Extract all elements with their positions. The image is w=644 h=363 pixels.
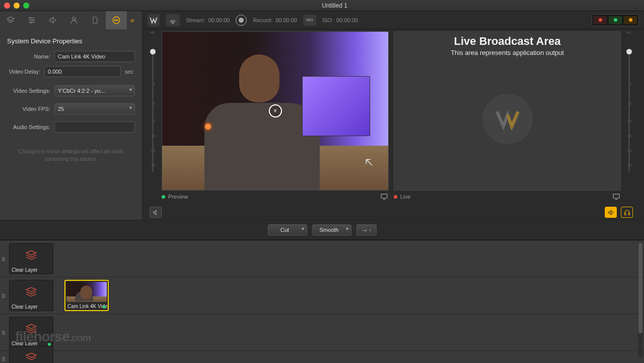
transition-go-button[interactable]: →○ — [356, 224, 377, 235]
stream-label: Stream: 00:00:00 — [186, 17, 230, 23]
preview-fullscreen-icon[interactable] — [380, 193, 389, 200]
toolbar-right: Stream: 00:00:00 Record: 00:00:00 ISO IS… — [142, 14, 644, 26]
preview-status-dot — [162, 195, 165, 199]
live-viewport[interactable]: Live Broadcast Area This area represents… — [394, 31, 621, 191]
layers-stack-icon — [25, 244, 38, 267]
preview-viewport[interactable]: × — [162, 31, 389, 191]
iso-label: ISO: 00:00:00 — [322, 17, 358, 23]
live-status-dot — [394, 195, 397, 199]
clear-layer-shot-1[interactable]: Clear Layer — [9, 243, 53, 274]
titlebar: Untitled 1 — [0, 0, 644, 11]
svg-marker-7 — [50, 17, 53, 23]
svg-rect-14 — [381, 194, 387, 198]
shot-live-indicator — [103, 306, 106, 309]
svg-rect-16 — [613, 194, 619, 198]
preview-audio-button[interactable] — [150, 207, 162, 218]
video-settings-label: Video Settings: — [7, 88, 50, 94]
layer-row-3[interactable]: Clear Layer — [0, 314, 644, 351]
svg-point-4 — [30, 17, 31, 19]
panel-title: System Device Properties — [7, 37, 135, 45]
vu-meter-left[interactable]: +8 0 -6 -12 -18 -24 -30 — [150, 31, 157, 177]
svg-point-8 — [73, 17, 76, 20]
svg-point-11 — [116, 20, 117, 21]
layers-stack-icon — [25, 346, 38, 364]
live-monitor: Live Broadcast Area This area represents… — [394, 31, 621, 203]
video-settings-select[interactable]: Y'CbCr 4:2:2 - yu... — [54, 85, 135, 96]
svg-marker-24 — [26, 324, 36, 329]
app-logo-icon — [148, 14, 160, 26]
live-headphones-button[interactable] — [621, 207, 633, 218]
layer-row-4[interactable] — [0, 351, 644, 363]
app-logo-watermark — [482, 94, 533, 144]
svg-point-12 — [117, 20, 118, 21]
layers-area: Clear Layer Clear Layer Cam Link 4K Vide… — [0, 240, 644, 363]
settings-note: Changes to these settings will affect al… — [7, 148, 135, 162]
audio-tab-icon[interactable] — [42, 11, 63, 29]
close-button[interactable] — [4, 3, 10, 9]
svg-rect-20 — [624, 213, 625, 215]
panel-tabs: « — [0, 11, 142, 29]
fps-select[interactable]: 25 — [54, 103, 135, 114]
svg-rect-21 — [628, 213, 629, 215]
delay-input[interactable] — [44, 66, 121, 77]
smooth-select[interactable]: Smooth — [312, 224, 351, 235]
live-title: Live Broadcast Area — [394, 35, 620, 48]
cut-select[interactable]: Cut — [268, 224, 307, 235]
svg-marker-18 — [154, 210, 156, 215]
svg-marker-22 — [26, 251, 36, 255]
layers-stack-icon — [25, 317, 38, 341]
name-input[interactable] — [54, 51, 135, 62]
svg-point-13 — [172, 23, 173, 24]
iso-button[interactable]: ISO — [303, 15, 316, 26]
clear-layer-shot-4[interactable] — [9, 346, 53, 364]
indicator-green[interactable] — [609, 16, 622, 24]
camlink-shot[interactable]: Cam Link 4K Vide — [64, 280, 109, 311]
indicator-orange[interactable] — [624, 16, 637, 24]
svg-point-6 — [30, 22, 32, 23]
layers-stack-icon — [25, 280, 38, 304]
name-label: Name: — [7, 53, 50, 59]
zoom-button[interactable] — [23, 3, 29, 9]
live-fullscreen-icon[interactable] — [612, 193, 621, 200]
window-controls — [4, 3, 29, 9]
work-area: +8 0 -6 -12 -18 -24 -30 — [142, 29, 644, 220]
fps-label: Video FPS: — [7, 106, 50, 112]
work-footer — [142, 205, 644, 220]
scrollbar-thumb[interactable] — [638, 243, 642, 333]
audio-settings-select[interactable] — [54, 122, 135, 133]
camlink-thumbnail — [66, 282, 107, 302]
person-tab-icon[interactable] — [63, 11, 85, 29]
layers-scrollbar[interactable] — [638, 241, 643, 357]
clear-layer-shot-2[interactable]: Clear Layer — [9, 280, 53, 311]
delay-label: Video Delay: — [7, 69, 40, 75]
live-speaker-button[interactable] — [605, 207, 617, 218]
window-title: Untitled 1 — [29, 2, 640, 9]
svg-marker-25 — [26, 353, 36, 357]
collapse-panel-icon[interactable]: « — [127, 16, 138, 24]
svg-point-10 — [114, 20, 115, 21]
layer-row-1[interactable]: Clear Layer — [0, 240, 644, 277]
live-placeholder-text: Live Broadcast Area This area represents… — [394, 35, 620, 56]
layers-tab-icon[interactable] — [0, 11, 21, 29]
delay-unit: sec — [125, 69, 135, 75]
preview-label: Preview — [168, 194, 188, 200]
clear-layer-shot-3[interactable]: Clear Layer — [9, 317, 53, 348]
indicator-red[interactable] — [594, 16, 607, 24]
layer-row-2[interactable]: Clear Layer Cam Link 4K Vide — [0, 277, 644, 314]
minimize-button[interactable] — [14, 3, 20, 9]
sliders-tab-icon[interactable] — [21, 11, 42, 29]
svg-point-5 — [33, 19, 34, 21]
vu-meter-right[interactable]: +8 0 -6 -12 -18 -24 -30 — [626, 31, 633, 177]
close-overlay-button[interactable]: × — [269, 104, 282, 117]
preview-monitor: × Preview — [162, 31, 389, 203]
record-button[interactable] — [236, 15, 247, 26]
live-label: Live — [400, 194, 410, 200]
stream-button[interactable] — [166, 14, 180, 26]
live-subtitle: This area represents application output — [394, 49, 620, 56]
main-area: System Device Properties Name: Video Del… — [0, 29, 644, 220]
audio-settings-label: Audio Settings: — [7, 124, 50, 130]
monitors: +8 0 -6 -12 -18 -24 -30 — [142, 29, 644, 205]
svg-marker-23 — [26, 287, 36, 292]
document-tab-icon[interactable] — [85, 11, 106, 29]
more-tab-icon[interactable] — [106, 11, 127, 29]
